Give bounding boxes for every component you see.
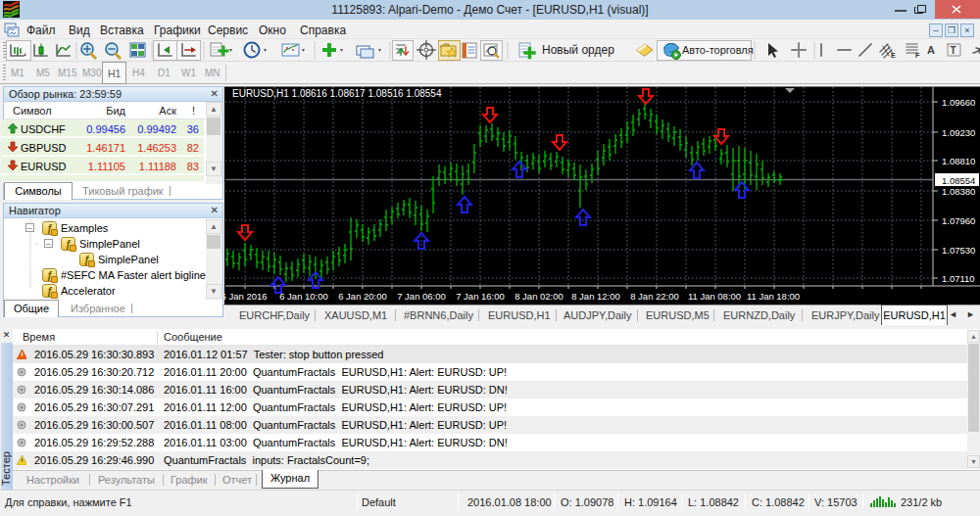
svg-text:1.08380: 1.08380 — [942, 186, 975, 197]
svg-text:8 Jan 22:00: 8 Jan 22:00 — [630, 291, 679, 302]
svg-text:Новый ордер: Новый ордер — [542, 43, 614, 57]
svg-text:T: T — [951, 45, 956, 56]
svg-text:1.09230: 1.09230 — [942, 127, 975, 138]
svg-text:1.08554: 1.08554 — [942, 175, 975, 186]
svg-text:6 Jan 10:00: 6 Jan 10:00 — [279, 291, 328, 302]
svg-text:8 Jan 12:00: 8 Jan 12:00 — [571, 291, 620, 302]
svg-text:1.08810: 1.08810 — [942, 156, 975, 166]
svg-text:11 Jan 08:00: 11 Jan 08:00 — [688, 291, 741, 302]
svg-text:Авто-торговля: Авто-торговля — [682, 44, 754, 56]
svg-text:11 Jan 18:00: 11 Jan 18:00 — [747, 291, 800, 302]
svg-text:8 Jan 02:00: 8 Jan 02:00 — [514, 291, 564, 302]
svg-text:1.09660: 1.09660 — [942, 97, 975, 108]
svg-text:F: F — [915, 52, 920, 59]
svg-text:6 Jan 20:00: 6 Jan 20:00 — [338, 291, 387, 302]
svg-text:1.07960: 1.07960 — [942, 215, 975, 226]
svg-text:7 Jan 16:00: 7 Jan 16:00 — [456, 291, 505, 302]
svg-text:A: A — [927, 44, 935, 56]
svg-text:1.07110: 1.07110 — [942, 273, 975, 284]
svg-text:Тестер: Тестер — [0, 451, 12, 486]
svg-text:EURUSD,H1 1.08616 1.08617 1.0: EURUSD,H1 1.08616 1.08617 1.08516 1.0855… — [232, 88, 442, 99]
svg-text:E: E — [891, 52, 896, 59]
svg-text:6 Jan 2016: 6 Jan 2016 — [224, 291, 268, 302]
svg-text:1.07530: 1.07530 — [942, 245, 975, 256]
svg-text:7 Jan 06:00: 7 Jan 06:00 — [397, 291, 446, 302]
